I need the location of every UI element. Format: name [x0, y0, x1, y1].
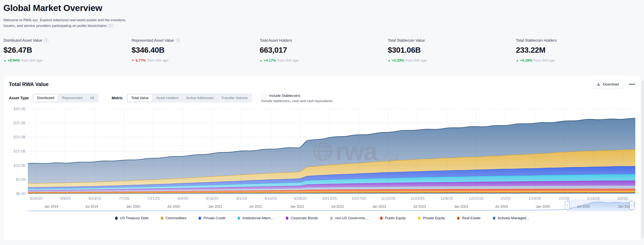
- missing-emoji-icon: [111, 24, 113, 27]
- legend-label: Real Estate: [462, 216, 480, 220]
- date-range-brush-timeline[interactable]: Jan 2019Jul 2019Jan 2020Jul 2020Jan 2021…: [28, 199, 635, 211]
- asset-type-label: Asset Type: [9, 96, 29, 100]
- metric-option-transfer-volume[interactable]: Transfer Volume: [218, 94, 252, 102]
- download-button[interactable]: Download: [592, 80, 623, 89]
- legend-label: non-US Governme...: [335, 216, 368, 220]
- legend-dot-icon: [161, 216, 163, 220]
- legend-dot-icon: [457, 216, 460, 220]
- legend-dot-icon: [115, 216, 118, 220]
- legend-dot-icon: [493, 216, 496, 220]
- x-axis-tick: [359, 194, 359, 195]
- asset-type-option-represented[interactable]: Represented: [58, 94, 86, 102]
- metric-option-active-addresses[interactable]: Active Addresses: [182, 94, 218, 102]
- stat-total-stablecoin-holders: Total Stablecoin Holders 233.22M ▲+5.18%…: [516, 38, 644, 63]
- x-axis-tick: [212, 194, 212, 195]
- brush-selection[interactable]: [567, 199, 632, 211]
- info-icon[interactable]: ?: [176, 38, 180, 43]
- x-axis-tick: [330, 194, 330, 195]
- brush-handle-left[interactable]: ∥: [565, 201, 570, 210]
- legend-label: Institutional Altern...: [242, 216, 274, 220]
- delta-percent: +4.17%: [264, 58, 276, 63]
- stat-delta: ▼6.77%from 30d ago: [132, 58, 260, 63]
- stat-total-stablecoin-value: Total Stablecoin Value $301.06B ▲+0.33%f…: [388, 38, 516, 63]
- stat-value: 663,017: [260, 46, 388, 55]
- stat-label: Represented Asset Value: [132, 38, 174, 43]
- legend-label: Private Equity: [423, 216, 445, 220]
- stat-delta: ▲+5.18%from 30d ago: [516, 58, 644, 63]
- stat-delta: ▲+0.33%from 30d ago: [388, 58, 516, 63]
- include-stablecoins-checkbox[interactable]: [261, 93, 266, 98]
- x-axis-tick: [124, 194, 124, 195]
- legend-item[interactable]: US Treasury Debt: [115, 216, 148, 220]
- delta-percent: 6.77%: [136, 58, 146, 63]
- timeline-separator: [534, 199, 535, 211]
- metric-option-asset-holders[interactable]: Asset Holders: [152, 94, 182, 102]
- controls-divider: [105, 93, 105, 103]
- more-options-icon[interactable]: •••: [629, 82, 635, 87]
- legend-item[interactable]: Institutional Altern...: [238, 216, 274, 220]
- timeline-separator: [84, 199, 84, 211]
- card-header: Total RWA Value Download •••: [9, 80, 635, 89]
- timeline-separator: [207, 199, 207, 211]
- timeline-separator: [494, 199, 494, 211]
- metric-segmented-control: Total Value Asset Holders Active Address…: [126, 93, 252, 103]
- chart-zone: $30.0B$25.0B$20.0B$15.0B$10.0B$5.0B$0.00…: [9, 109, 635, 194]
- timeline-separator: [330, 199, 330, 211]
- metric-label: Metric: [112, 96, 123, 100]
- stat-distributed-asset-value: Distributed Asset Value? $26.47B ▲+8.94%…: [4, 38, 132, 63]
- x-axis-tick: [418, 194, 418, 195]
- legend-item[interactable]: non-US Governme...: [330, 216, 368, 220]
- x-axis-tick: [242, 194, 242, 195]
- legend-item[interactable]: Corporate Bonds: [286, 216, 318, 220]
- stat-label: Total Asset Holders: [260, 38, 292, 43]
- delta-percent: +5.18%: [520, 58, 532, 63]
- stat-label: Distributed Asset Value: [4, 38, 42, 43]
- page-header: Global Market Overview Welcome to RWA.xy…: [0, 0, 644, 29]
- legend-dot-icon: [238, 216, 240, 220]
- stat-value: 233.22M: [516, 46, 644, 55]
- x-axis-tick: [506, 194, 506, 195]
- x-axis-tick: [154, 194, 154, 195]
- legend-dot-icon: [198, 216, 201, 220]
- x-axis-tick: [66, 194, 66, 195]
- x-axis-tick: [476, 194, 476, 195]
- delta-arrow-icon: ▼: [132, 59, 134, 62]
- delta-arrow-icon: ▲: [4, 59, 6, 62]
- timeline-separator: [371, 199, 371, 211]
- legend-item[interactable]: Real Estate: [457, 216, 480, 220]
- legend-label: US Treasury Debt: [120, 216, 148, 220]
- timeline-separator: [412, 199, 412, 211]
- timeline-separator: [43, 199, 43, 211]
- timeline-label: Jan 2019: [44, 205, 58, 209]
- stat-value: $26.47B: [4, 46, 132, 55]
- global-market-overview-page: Global Market Overview Welcome to RWA.xy…: [0, 0, 644, 245]
- legend-item[interactable]: Private Credit: [198, 216, 225, 220]
- scrollbar-thumb[interactable]: [642, 81, 644, 238]
- chart-controls: Asset Type Distributed Represented All M…: [9, 93, 635, 103]
- x-axis-tick: [564, 194, 564, 195]
- download-label: Download: [603, 82, 619, 86]
- info-icon[interactable]: ?: [44, 38, 48, 43]
- legend-item[interactable]: Public Equity: [380, 216, 406, 220]
- include-stablecoins-sublabel: Include stablecoins, cash and cash-equiv…: [261, 99, 332, 103]
- legend-label: Public Equity: [385, 216, 406, 220]
- timeline-label: Jul 2020: [167, 205, 180, 209]
- timeline-label: Jan 2022: [290, 205, 304, 209]
- y-axis-tick-label: $15.0B: [14, 149, 26, 153]
- y-axis-tick-label: $25.0B: [14, 121, 26, 125]
- x-axis-tick: [271, 194, 271, 195]
- x-axis-tick: [388, 194, 388, 195]
- stat-delta: ▲+4.17%from 30d ago: [260, 58, 388, 63]
- timeline-separator: [289, 199, 289, 211]
- metric-option-total-value[interactable]: Total Value: [127, 94, 152, 102]
- asset-type-option-distributed[interactable]: Distributed: [33, 94, 58, 102]
- legend-item[interactable]: Private Equity: [418, 216, 445, 220]
- asset-type-option-all[interactable]: All: [86, 94, 98, 102]
- stacked-area-plot[interactable]: rwa .xyz: [28, 109, 635, 194]
- timeline-label: Jan 2025: [536, 205, 550, 209]
- brush-handle-right[interactable]: ∥: [630, 201, 634, 210]
- legend-item[interactable]: Commodities: [161, 216, 186, 220]
- missing-emoji-icon: [108, 24, 110, 27]
- timeline-label: Jul 2023: [413, 205, 426, 209]
- legend-item[interactable]: Actively-Managed...: [493, 216, 529, 220]
